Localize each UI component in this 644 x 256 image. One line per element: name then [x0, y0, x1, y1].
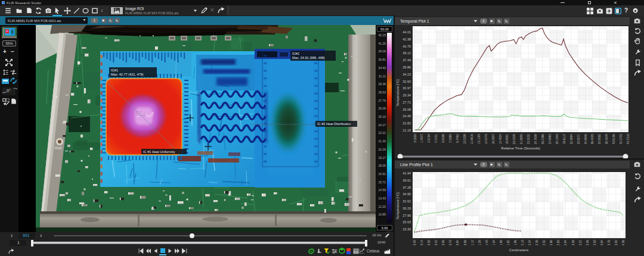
svg-text:27.71: 27.71: [402, 101, 411, 104]
svg-text:32.0694: 32.0694: [570, 134, 573, 145]
svg-text:0.42: 0.42: [435, 240, 438, 246]
svg-text:39.3579: 39.3579: [605, 134, 608, 145]
svg-text:14.5770: 14.5770: [485, 134, 488, 145]
svg-text:10.2039: 10.2039: [463, 134, 466, 145]
svg-text:1.40: 1.40: [485, 240, 488, 246]
svg-text:18.9501: 18.9501: [506, 134, 509, 145]
svg-text:21.8655: 21.8655: [520, 134, 523, 145]
svg-text:30.97: 30.97: [402, 86, 411, 90]
svg-text:4.06: 4.06: [622, 240, 625, 246]
svg-text:24.7809: 24.7809: [534, 134, 537, 145]
svg-text:27.96: 27.96: [402, 214, 411, 217]
svg-text:42.38: 42.38: [402, 38, 411, 41]
svg-text:26.2386: 26.2386: [541, 134, 544, 145]
svg-text:29.1540: 29.1540: [556, 134, 559, 145]
svg-text:36.4425: 36.4425: [591, 134, 594, 145]
svg-text:3.92: 3.92: [615, 240, 618, 246]
svg-text:Temperature [°C]: Temperature [°C]: [396, 192, 400, 220]
svg-text:2.66: 2.66: [550, 240, 553, 246]
svg-text:16.0347: 16.0347: [492, 134, 495, 145]
svg-text:IC #1 Heat Uniformity: IC #1 Heat Uniformity: [143, 150, 175, 154]
svg-text:32.60: 32.60: [402, 80, 411, 83]
svg-text:7.2885: 7.2885: [449, 134, 452, 143]
svg-text:33.5271: 33.5271: [577, 134, 580, 145]
svg-text:17.4924: 17.4924: [499, 134, 502, 145]
svg-text:0.0000: 0.0000: [414, 134, 417, 143]
svg-text:27.6963: 27.6963: [549, 134, 552, 145]
svg-text:2.9154: 2.9154: [428, 134, 431, 143]
svg-text:37.49: 37.49: [402, 58, 411, 62]
svg-text:Temperature [°C]: Temperature [°C]: [396, 79, 400, 107]
svg-text:Relative Time (Seconds): Relative Time (Seconds): [501, 146, 540, 150]
svg-text:3.78: 3.78: [608, 240, 611, 246]
svg-text:2.24: 2.24: [528, 240, 531, 246]
svg-text:26.08: 26.08: [402, 108, 411, 111]
svg-text:2.10: 2.10: [521, 240, 524, 246]
svg-text:0.14: 0.14: [420, 240, 423, 246]
svg-text:30.6117: 30.6117: [563, 134, 566, 144]
svg-text:40.8156: 40.8156: [612, 134, 615, 145]
svg-text:24.45: 24.45: [402, 114, 411, 118]
svg-text:44.01: 44.01: [402, 30, 411, 34]
svg-text:2.38: 2.38: [535, 240, 538, 246]
svg-text:1.54: 1.54: [493, 240, 496, 246]
svg-text:41.94: 41.94: [402, 171, 411, 175]
svg-text:37.9002: 37.9002: [598, 134, 601, 145]
svg-text:42.2733: 42.2733: [620, 134, 623, 145]
svg-text:8.7462: 8.7462: [456, 134, 459, 143]
svg-text:1.68: 1.68: [500, 240, 503, 246]
svg-text:3.50: 3.50: [593, 240, 596, 246]
svg-text:35.86: 35.86: [402, 65, 411, 69]
svg-text:2.94: 2.94: [564, 240, 567, 246]
svg-text:22.82: 22.82: [402, 121, 411, 125]
svg-text:23.30: 23.30: [402, 227, 411, 231]
svg-text:39.61: 39.61: [402, 179, 411, 182]
svg-text:TP29: TP29: [54, 146, 61, 150]
svg-text:3.64: 3.64: [600, 240, 603, 246]
svg-text:1.12: 1.12: [471, 240, 474, 246]
svg-text:0.28: 0.28: [428, 240, 431, 246]
svg-text:Centimeters: Centimeters: [509, 248, 528, 252]
svg-text:IC #2 Heat Distribution: IC #2 Heat Distribution: [317, 122, 351, 126]
svg-text:2.52: 2.52: [543, 240, 546, 246]
svg-text:1.96: 1.96: [514, 240, 517, 246]
svg-text:34.95: 34.95: [402, 192, 411, 196]
svg-text:40.75: 40.75: [402, 45, 411, 48]
svg-text:2.80: 2.80: [557, 240, 560, 246]
svg-text:1.4577: 1.4577: [420, 134, 423, 143]
svg-text:3.36: 3.36: [586, 240, 589, 246]
svg-text:29.34: 29.34: [402, 93, 411, 97]
svg-text:IC#2: IC#2: [292, 52, 299, 55]
svg-text:43.7310: 43.7310: [627, 134, 630, 145]
svg-text:21.19: 21.19: [402, 129, 411, 132]
svg-text:39.12: 39.12: [402, 51, 411, 55]
svg-text:25.63: 25.63: [402, 220, 411, 224]
svg-text:0.84: 0.84: [456, 240, 459, 246]
svg-text:3.22: 3.22: [579, 240, 582, 246]
svg-text:30.29: 30.29: [402, 207, 411, 210]
svg-text:3.08: 3.08: [572, 240, 575, 246]
svg-text:Max: 42.77 (421, 479): Max: 42.77 (421, 479): [111, 73, 144, 76]
svg-text:0.56: 0.56: [442, 240, 445, 246]
svg-text:5.8308: 5.8308: [442, 134, 445, 143]
svg-text:23.3232: 23.3232: [527, 134, 530, 145]
svg-text:0.70: 0.70: [449, 240, 452, 246]
svg-text:34.23: 34.23: [402, 73, 411, 76]
svg-text:32.62: 32.62: [402, 199, 411, 203]
svg-text:11.6616: 11.6616: [470, 134, 473, 144]
svg-text:Max: 24.91 (986, 468): Max: 24.91 (986, 468): [292, 56, 325, 60]
svg-text:0.00: 0.00: [413, 240, 416, 246]
svg-text:4.3731: 4.3731: [435, 134, 438, 143]
svg-text:13.1193: 13.1193: [478, 134, 481, 144]
svg-text:IC#1: IC#1: [111, 68, 118, 72]
svg-text:34.9848: 34.9848: [584, 134, 587, 145]
svg-text:37.28: 37.28: [402, 186, 411, 189]
svg-text:1.82: 1.82: [507, 240, 510, 246]
svg-text:20.4078: 20.4078: [513, 134, 516, 145]
svg-text:0.98: 0.98: [464, 240, 467, 246]
svg-text:1.26: 1.26: [478, 240, 481, 246]
